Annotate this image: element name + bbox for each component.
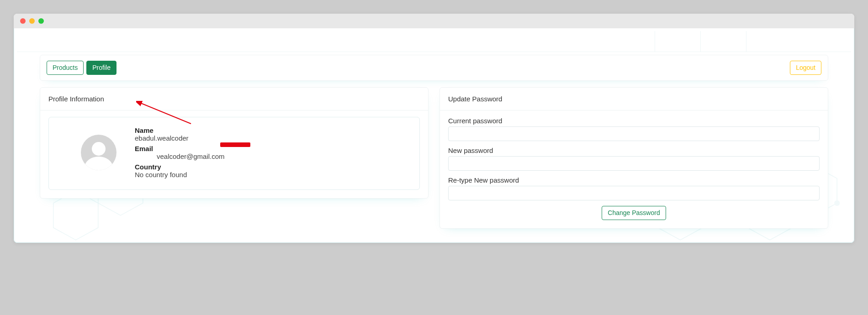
email-value: vealcoder@gmail.com [135, 152, 225, 160]
profile-info-list: Name ebadul.wealcoder Email vealcoder@gm… [135, 126, 225, 181]
tabs-bar: Products Profile Logout [40, 55, 828, 81]
topbar-slot-3 [746, 31, 851, 52]
profile-info-card: Profile Information Name ebadul.wealcode… [40, 87, 429, 199]
tab-profile[interactable]: Profile [86, 61, 116, 75]
name-value: ebadul.wealcoder [135, 134, 225, 142]
update-password-card: Update Password Current password New pas… [439, 87, 828, 229]
topbar-slot-1 [655, 31, 700, 52]
window-close-icon[interactable] [20, 18, 26, 24]
current-password-label: Current password [448, 117, 820, 125]
email-label: Email [135, 145, 225, 152]
change-password-button[interactable]: Change Password [602, 206, 666, 220]
logout-button[interactable]: Logout [790, 61, 821, 75]
country-value: No country found [135, 171, 225, 178]
new-password-label: New password [448, 147, 820, 154]
topbar [17, 31, 851, 52]
app-content: Products Profile Logout Profile Informat… [14, 28, 854, 243]
app-window: Products Profile Logout Profile Informat… [14, 14, 854, 243]
topbar-slot-2 [700, 31, 746, 52]
profile-info-box: Name ebadul.wealcoder Email vealcoder@gm… [48, 117, 420, 190]
avatar-icon [81, 135, 116, 170]
window-maximize-icon[interactable] [38, 18, 44, 24]
current-password-input[interactable] [448, 126, 820, 141]
retype-password-input[interactable] [448, 186, 820, 200]
window-titlebar [14, 14, 854, 28]
new-password-input[interactable] [448, 156, 820, 171]
redaction-icon [221, 142, 250, 147]
profile-info-title: Profile Information [40, 88, 428, 110]
tab-products[interactable]: Products [47, 61, 84, 75]
country-label: Country [135, 163, 225, 171]
name-label: Name [135, 126, 225, 134]
update-password-title: Update Password [440, 88, 828, 110]
retype-password-label: Re-type New password [448, 176, 820, 184]
window-minimize-icon[interactable] [29, 18, 35, 24]
